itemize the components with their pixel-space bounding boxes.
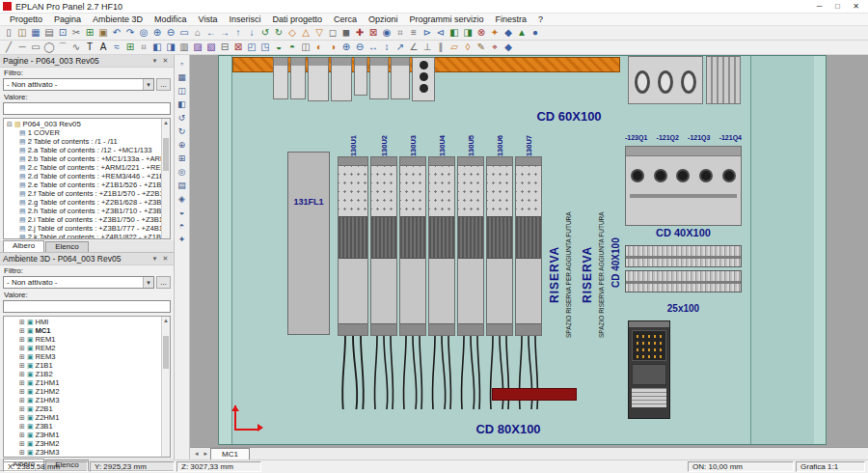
toolbar-icon[interactable]: ▧ — [204, 42, 218, 54]
toolbar-icon[interactable]: ⌂ — [191, 27, 204, 40]
env3d-tree-item[interactable]: ⊞ HMI — [5, 318, 170, 326]
toolbar-icon[interactable]: ▱ — [448, 42, 461, 54]
drive-body[interactable] — [457, 156, 484, 336]
env3d-tree-item[interactable]: ⊞ REM3 — [5, 352, 170, 361]
page-tree-item[interactable]: 1 COVER — [5, 128, 170, 137]
toolbar-icon[interactable]: ◓ — [285, 42, 299, 54]
toolbar-icon[interactable]: ▭ — [29, 42, 42, 54]
toolbar-icon[interactable]: ◐ — [312, 42, 326, 54]
expand-icon[interactable]: ⊞ — [19, 388, 25, 396]
toolbar-icon[interactable]: ↻ — [272, 27, 285, 40]
toolbar-icon[interactable]: ▭ — [177, 27, 191, 40]
env3d-filter-browse-button[interactable]: ... — [156, 276, 171, 289]
current-transformer[interactable] — [635, 70, 650, 94]
toolbar-icon[interactable]: ⊠ — [231, 42, 245, 54]
toolbar-icon[interactable]: ◒ — [176, 206, 189, 218]
drive-unit[interactable]: 130U6 — [486, 125, 513, 415]
toolbar-icon[interactable]: ◧ — [150, 42, 164, 54]
enclosure-right-wall[interactable] — [812, 56, 826, 444]
expand-icon[interactable]: ⊞ — [19, 371, 25, 378]
menu-item[interactable]: Pagina — [48, 14, 87, 24]
toolbar-icon[interactable]: ● — [529, 27, 542, 40]
toolbar-icon[interactable]: ◒ — [272, 42, 285, 54]
drive-unit[interactable]: 130U7 — [515, 125, 542, 415]
breaker-knob[interactable] — [676, 169, 690, 182]
toolbar-icon[interactable]: ◳ — [258, 42, 272, 54]
expand-icon[interactable]: ⊞ — [19, 362, 25, 370]
toolbar-icon[interactable]: ∥ — [434, 42, 448, 54]
toolbar-icon[interactable]: ⊠ — [366, 27, 380, 40]
drive-unit[interactable]: 130U4 — [428, 125, 455, 415]
breaker-knob[interactable] — [631, 169, 644, 182]
page-tree-item[interactable]: 2 Table of contents : /1 - /11 — [5, 137, 170, 146]
sheet-tab[interactable]: MC1 — [210, 448, 250, 459]
toolbar-icon[interactable]: ◯ — [42, 42, 56, 54]
breaker-knob[interactable] — [722, 169, 736, 182]
pages-panel-tab[interactable]: Elenco — [45, 241, 88, 252]
scroll-up-icon[interactable]: ▲ — [162, 317, 170, 325]
expand-icon[interactable]: ⊞ — [19, 414, 25, 422]
component[interactable] — [273, 57, 288, 99]
drive-body[interactable] — [399, 156, 426, 336]
toolbar-icon[interactable]: ▯ — [2, 27, 15, 40]
page-tree-item[interactable]: 2.b Table of contents : +MC1/133a - +ARM… — [5, 154, 170, 163]
env3d-value-input[interactable] — [3, 300, 171, 313]
menu-item[interactable]: Programmi servizio — [404, 14, 490, 24]
terminal-block-top[interactable] — [706, 56, 741, 104]
expand-icon[interactable]: ⊞ — [19, 397, 25, 404]
toolbar-icon[interactable]: ◑ — [326, 42, 339, 54]
page-tree-item[interactable]: 2.f Table of contents : +Z1B1/570 - +Z2B… — [5, 189, 170, 198]
toolbar-icon[interactable]: ▥ — [177, 42, 191, 54]
env3d-tree-item[interactable]: ⊞ Z3HM3 — [5, 448, 170, 457]
toolbar-icon[interactable]: ↑ — [231, 27, 245, 40]
toolbar-icon[interactable]: ◆ — [502, 42, 515, 54]
toolbar-icon[interactable]: ⊖ — [353, 42, 366, 54]
toolbar-icon[interactable]: ✚ — [353, 27, 366, 40]
component[interactable] — [369, 57, 389, 99]
terminal-strip[interactable] — [625, 270, 742, 292]
toolbar-icon[interactable]: ⊥ — [420, 42, 434, 54]
breaker-group[interactable] — [625, 146, 742, 226]
breaker-knob[interactable] — [699, 169, 713, 182]
tab-scroll-right-icon[interactable]: ▸ — [202, 448, 211, 459]
toolbar-icon[interactable]: ✂ — [69, 27, 83, 40]
toolbar-icon[interactable]: ◊ — [461, 42, 475, 54]
env3d-tree-item[interactable]: ⊞ Z1HM1 — [5, 378, 170, 387]
menu-item[interactable]: Opzioni — [363, 14, 404, 24]
env3d-tree-item[interactable]: ⊞ REM2 — [5, 344, 170, 352]
toolbar-icon[interactable]: ↷ — [123, 27, 137, 40]
pages-filter-browse-button[interactable]: ... — [156, 78, 171, 91]
drive-body[interactable] — [515, 156, 542, 336]
toolbar-icon[interactable]: ◇ — [285, 27, 299, 40]
toolbar-icon[interactable]: ⊖ — [164, 27, 177, 40]
drive-body[interactable] — [428, 156, 455, 336]
toolbar-icon[interactable]: ⊟ — [218, 42, 231, 54]
component[interactable] — [290, 57, 306, 99]
env3d-tree-item[interactable]: ⊞ MC1 — [5, 326, 170, 335]
page-tree-item[interactable]: 2.g Table of contents : +Z2B1/628 - +Z3B… — [5, 198, 170, 207]
panel-pin-icon[interactable]: ▾ — [149, 57, 160, 65]
env3d-tree-item[interactable]: ⊞ Z2B1 — [5, 404, 170, 413]
toolbar-icon[interactable]: ✎ — [475, 42, 488, 54]
expand-icon[interactable]: ⊞ — [19, 345, 25, 352]
scrollbar-thumb[interactable] — [163, 336, 169, 369]
chevron-down-icon[interactable]: ▼ — [143, 79, 153, 90]
toolbar-icon[interactable]: ◫ — [15, 27, 29, 40]
env3d-tree-item[interactable]: ⊞ Z3HM2 — [5, 439, 170, 448]
maximize-button[interactable]: □ — [828, 0, 847, 13]
toolbar-icon[interactable]: ✦ — [488, 27, 502, 40]
toolbar-icon[interactable]: ◎ — [137, 27, 150, 40]
drive-body[interactable] — [486, 156, 513, 336]
expand-icon[interactable]: ⊞ — [19, 440, 25, 448]
env3d-panel-header[interactable]: Ambiente 3D - P064_003 Rev05 ▾ ✕ — [0, 253, 174, 265]
pages-panel-tab[interactable]: Albero — [3, 240, 44, 252]
toolbar-icon[interactable]: ▦ — [29, 27, 42, 40]
frame-member[interactable]: 131FL1 — [287, 152, 330, 335]
toolbar-icon[interactable]: ⌒ — [56, 42, 69, 54]
env3d-tree-item[interactable]: ⊞ REM1 — [5, 335, 170, 344]
toolbar-icon[interactable]: ◫ — [299, 42, 312, 54]
toolbar-icon[interactable]: A — [96, 42, 110, 54]
pages-tree-scrollbar[interactable]: ▲ — [161, 119, 170, 238]
page-tree-item[interactable]: 2.k Table of contents : +Z4B1/822 - +Z1B… — [5, 233, 170, 239]
page-tree-item[interactable]: 2.c Table of contents : +ARM1/221 - +REM… — [5, 163, 170, 172]
